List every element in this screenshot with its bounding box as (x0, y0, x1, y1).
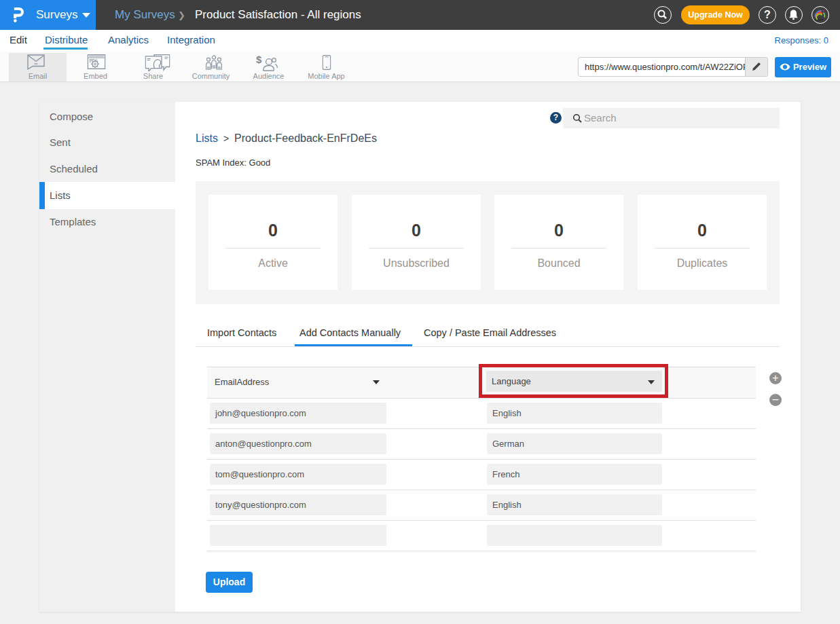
svg-text:$: $ (256, 54, 262, 65)
